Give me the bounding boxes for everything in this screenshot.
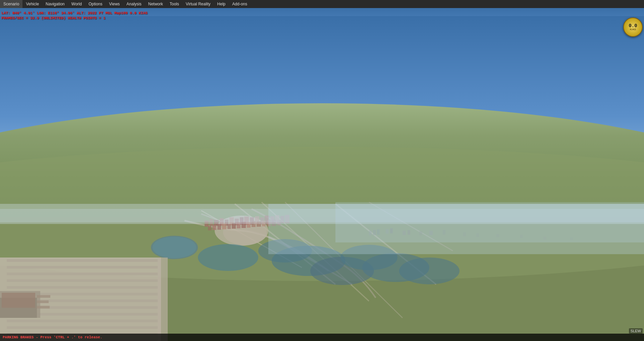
menu-bar: Scenario Vehicle Navigation World Option… [0, 0, 644, 8]
hud-overlay: LAT: N40° 4.91' LON: E116° 34.96' ALT: 2… [1, 11, 148, 21]
menu-options[interactable]: Options [85, 0, 106, 8]
viewport[interactable]: LAT: N40° 4.91' LON: E116° 34.96' ALT: 2… [0, 8, 644, 341]
menu-world[interactable]: World [68, 0, 85, 8]
menu-views[interactable]: Views [106, 0, 123, 8]
speed-value: 0.0 [629, 23, 637, 28]
menu-scenario[interactable]: Scenario [0, 0, 22, 8]
speed-unit: K/AS [630, 28, 636, 31]
slew-mode-label: SLEW [629, 328, 643, 334]
menu-network[interactable]: Network [145, 0, 166, 8]
hud-performance: FRAMES/SEC = 32.9 (UNLIMITED) HEALTH POI… [1, 16, 148, 21]
speed-indicator: 0.0 K/AS [623, 17, 643, 37]
menu-vehicle[interactable]: Vehicle [22, 0, 42, 8]
hud-coordinates: LAT: N40° 4.91' LON: E116° 34.96' ALT: 2… [1, 11, 148, 16]
parking-brakes-message: PARKING BRAKES - Press 'CTRL + .' to rel… [0, 335, 105, 339]
menu-analysis[interactable]: Analysis [123, 0, 145, 8]
menu-addons[interactable]: Add-ons [229, 0, 251, 8]
menu-virtual-reality[interactable]: Virtual Reality [182, 0, 214, 8]
menu-help[interactable]: Help [214, 0, 229, 8]
menu-tools[interactable]: Tools [166, 0, 182, 8]
menu-navigation[interactable]: Navigation [42, 0, 68, 8]
sky-background [0, 8, 644, 208]
status-bar: PARKING BRAKES - Press 'CTRL + .' to rel… [0, 334, 644, 341]
ground-base [0, 201, 644, 341]
